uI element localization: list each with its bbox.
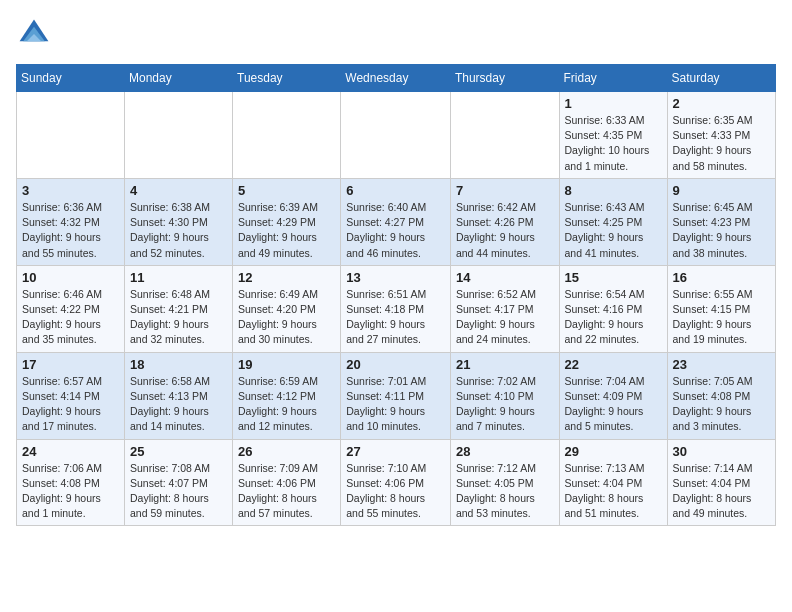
calendar-day-cell: 30Sunrise: 7:14 AM Sunset: 4:04 PM Dayli… (667, 439, 775, 526)
calendar-day-cell: 12Sunrise: 6:49 AM Sunset: 4:20 PM Dayli… (233, 265, 341, 352)
day-info: Sunrise: 7:13 AM Sunset: 4:04 PM Dayligh… (565, 461, 662, 522)
day-info: Sunrise: 7:08 AM Sunset: 4:07 PM Dayligh… (130, 461, 227, 522)
weekday-header: Saturday (667, 65, 775, 92)
day-info: Sunrise: 7:04 AM Sunset: 4:09 PM Dayligh… (565, 374, 662, 435)
calendar-day-cell: 15Sunrise: 6:54 AM Sunset: 4:16 PM Dayli… (559, 265, 667, 352)
calendar-day-cell: 18Sunrise: 6:58 AM Sunset: 4:13 PM Dayli… (125, 352, 233, 439)
calendar-day-cell: 10Sunrise: 6:46 AM Sunset: 4:22 PM Dayli… (17, 265, 125, 352)
weekday-header: Sunday (17, 65, 125, 92)
day-info: Sunrise: 6:57 AM Sunset: 4:14 PM Dayligh… (22, 374, 119, 435)
day-number: 11 (130, 270, 227, 285)
calendar-day-cell (125, 92, 233, 179)
calendar-day-cell: 2Sunrise: 6:35 AM Sunset: 4:33 PM Daylig… (667, 92, 775, 179)
calendar-day-cell: 22Sunrise: 7:04 AM Sunset: 4:09 PM Dayli… (559, 352, 667, 439)
day-number: 19 (238, 357, 335, 372)
day-number: 8 (565, 183, 662, 198)
calendar-day-cell (233, 92, 341, 179)
day-number: 30 (673, 444, 770, 459)
calendar-day-cell: 9Sunrise: 6:45 AM Sunset: 4:23 PM Daylig… (667, 178, 775, 265)
day-number: 12 (238, 270, 335, 285)
calendar-day-cell: 16Sunrise: 6:55 AM Sunset: 4:15 PM Dayli… (667, 265, 775, 352)
calendar-week-row: 24Sunrise: 7:06 AM Sunset: 4:08 PM Dayli… (17, 439, 776, 526)
day-number: 20 (346, 357, 445, 372)
day-info: Sunrise: 7:05 AM Sunset: 4:08 PM Dayligh… (673, 374, 770, 435)
day-number: 29 (565, 444, 662, 459)
calendar-day-cell: 3Sunrise: 6:36 AM Sunset: 4:32 PM Daylig… (17, 178, 125, 265)
day-number: 3 (22, 183, 119, 198)
logo (16, 16, 58, 52)
day-info: Sunrise: 6:51 AM Sunset: 4:18 PM Dayligh… (346, 287, 445, 348)
day-info: Sunrise: 6:55 AM Sunset: 4:15 PM Dayligh… (673, 287, 770, 348)
calendar-day-cell: 7Sunrise: 6:42 AM Sunset: 4:26 PM Daylig… (450, 178, 559, 265)
day-number: 5 (238, 183, 335, 198)
day-number: 16 (673, 270, 770, 285)
calendar-day-cell: 11Sunrise: 6:48 AM Sunset: 4:21 PM Dayli… (125, 265, 233, 352)
calendar-week-row: 10Sunrise: 6:46 AM Sunset: 4:22 PM Dayli… (17, 265, 776, 352)
day-info: Sunrise: 6:39 AM Sunset: 4:29 PM Dayligh… (238, 200, 335, 261)
day-info: Sunrise: 6:49 AM Sunset: 4:20 PM Dayligh… (238, 287, 335, 348)
calendar-week-row: 3Sunrise: 6:36 AM Sunset: 4:32 PM Daylig… (17, 178, 776, 265)
weekday-header: Friday (559, 65, 667, 92)
day-number: 10 (22, 270, 119, 285)
day-info: Sunrise: 6:40 AM Sunset: 4:27 PM Dayligh… (346, 200, 445, 261)
day-number: 24 (22, 444, 119, 459)
day-info: Sunrise: 6:38 AM Sunset: 4:30 PM Dayligh… (130, 200, 227, 261)
logo-icon (16, 16, 52, 52)
calendar-day-cell (17, 92, 125, 179)
calendar-day-cell: 28Sunrise: 7:12 AM Sunset: 4:05 PM Dayli… (450, 439, 559, 526)
day-number: 22 (565, 357, 662, 372)
day-info: Sunrise: 7:12 AM Sunset: 4:05 PM Dayligh… (456, 461, 554, 522)
calendar-day-cell: 25Sunrise: 7:08 AM Sunset: 4:07 PM Dayli… (125, 439, 233, 526)
day-info: Sunrise: 6:43 AM Sunset: 4:25 PM Dayligh… (565, 200, 662, 261)
day-number: 2 (673, 96, 770, 111)
day-info: Sunrise: 6:36 AM Sunset: 4:32 PM Dayligh… (22, 200, 119, 261)
calendar-day-cell: 13Sunrise: 6:51 AM Sunset: 4:18 PM Dayli… (341, 265, 451, 352)
calendar-day-cell: 19Sunrise: 6:59 AM Sunset: 4:12 PM Dayli… (233, 352, 341, 439)
calendar-day-cell: 5Sunrise: 6:39 AM Sunset: 4:29 PM Daylig… (233, 178, 341, 265)
calendar-day-cell: 8Sunrise: 6:43 AM Sunset: 4:25 PM Daylig… (559, 178, 667, 265)
page-header (16, 16, 776, 52)
calendar-day-cell: 24Sunrise: 7:06 AM Sunset: 4:08 PM Dayli… (17, 439, 125, 526)
day-info: Sunrise: 6:33 AM Sunset: 4:35 PM Dayligh… (565, 113, 662, 174)
day-info: Sunrise: 7:01 AM Sunset: 4:11 PM Dayligh… (346, 374, 445, 435)
calendar-table: SundayMondayTuesdayWednesdayThursdayFrid… (16, 64, 776, 526)
calendar-day-cell: 21Sunrise: 7:02 AM Sunset: 4:10 PM Dayli… (450, 352, 559, 439)
weekday-header: Wednesday (341, 65, 451, 92)
calendar-day-cell: 23Sunrise: 7:05 AM Sunset: 4:08 PM Dayli… (667, 352, 775, 439)
day-number: 21 (456, 357, 554, 372)
day-info: Sunrise: 7:10 AM Sunset: 4:06 PM Dayligh… (346, 461, 445, 522)
weekday-header: Thursday (450, 65, 559, 92)
day-number: 13 (346, 270, 445, 285)
day-number: 4 (130, 183, 227, 198)
day-number: 1 (565, 96, 662, 111)
calendar-week-row: 1Sunrise: 6:33 AM Sunset: 4:35 PM Daylig… (17, 92, 776, 179)
day-number: 15 (565, 270, 662, 285)
day-info: Sunrise: 6:42 AM Sunset: 4:26 PM Dayligh… (456, 200, 554, 261)
calendar-day-cell (341, 92, 451, 179)
calendar-day-cell: 1Sunrise: 6:33 AM Sunset: 4:35 PM Daylig… (559, 92, 667, 179)
day-info: Sunrise: 6:45 AM Sunset: 4:23 PM Dayligh… (673, 200, 770, 261)
calendar-day-cell: 17Sunrise: 6:57 AM Sunset: 4:14 PM Dayli… (17, 352, 125, 439)
calendar-day-cell (450, 92, 559, 179)
calendar-day-cell: 20Sunrise: 7:01 AM Sunset: 4:11 PM Dayli… (341, 352, 451, 439)
day-number: 14 (456, 270, 554, 285)
calendar-day-cell: 6Sunrise: 6:40 AM Sunset: 4:27 PM Daylig… (341, 178, 451, 265)
calendar-day-cell: 29Sunrise: 7:13 AM Sunset: 4:04 PM Dayli… (559, 439, 667, 526)
calendar-day-cell: 4Sunrise: 6:38 AM Sunset: 4:30 PM Daylig… (125, 178, 233, 265)
header-row: SundayMondayTuesdayWednesdayThursdayFrid… (17, 65, 776, 92)
day-info: Sunrise: 7:02 AM Sunset: 4:10 PM Dayligh… (456, 374, 554, 435)
day-number: 25 (130, 444, 227, 459)
day-number: 9 (673, 183, 770, 198)
day-number: 6 (346, 183, 445, 198)
day-info: Sunrise: 6:48 AM Sunset: 4:21 PM Dayligh… (130, 287, 227, 348)
calendar-body: 1Sunrise: 6:33 AM Sunset: 4:35 PM Daylig… (17, 92, 776, 526)
calendar-day-cell: 26Sunrise: 7:09 AM Sunset: 4:06 PM Dayli… (233, 439, 341, 526)
day-number: 26 (238, 444, 335, 459)
day-number: 17 (22, 357, 119, 372)
calendar-week-row: 17Sunrise: 6:57 AM Sunset: 4:14 PM Dayli… (17, 352, 776, 439)
day-info: Sunrise: 6:46 AM Sunset: 4:22 PM Dayligh… (22, 287, 119, 348)
day-number: 23 (673, 357, 770, 372)
day-info: Sunrise: 7:09 AM Sunset: 4:06 PM Dayligh… (238, 461, 335, 522)
day-info: Sunrise: 6:59 AM Sunset: 4:12 PM Dayligh… (238, 374, 335, 435)
weekday-header: Monday (125, 65, 233, 92)
